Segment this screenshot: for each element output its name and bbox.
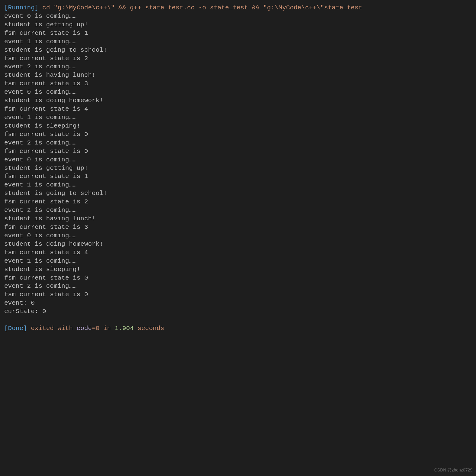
done-exit-text: exited with	[27, 325, 77, 332]
output-line: student is getting up!	[4, 21, 472, 29]
output-line: student is going to school!	[4, 189, 472, 198]
output-line: student is sleeping!	[4, 265, 472, 274]
running-line: [Running] cd "g:\MyCode\c++\" && g++ sta…	[4, 4, 472, 12]
output-line: event 2 is coming……	[4, 63, 472, 71]
output-line: event 1 is coming……	[4, 37, 472, 46]
output-line: event 0 is coming……	[4, 12, 472, 21]
output-line: fsm current state is 0	[4, 290, 472, 299]
output-line: fsm current state is 4	[4, 105, 472, 113]
output-line: student is having lunch!	[4, 71, 472, 79]
output-line: event 2 is coming……	[4, 139, 472, 147]
output-line: fsm current state is 0	[4, 130, 472, 139]
output-line: fsm current state is 3	[4, 79, 472, 88]
output-line: event 1 is coming……	[4, 181, 472, 189]
blank-line	[4, 316, 472, 324]
output-line: event: 0	[4, 299, 472, 307]
done-in: in	[99, 325, 115, 332]
output-line: event 0 is coming……	[4, 232, 472, 240]
done-time: 1.904	[115, 325, 134, 332]
output-line: fsm current state is 3	[4, 223, 472, 232]
output-line: fsm current state is 2	[4, 54, 472, 63]
output-line: event 2 is coming……	[4, 282, 472, 290]
output-line: event 1 is coming……	[4, 257, 472, 265]
done-status: [Done]	[4, 325, 27, 332]
output-line: fsm current state is 0	[4, 147, 472, 156]
output-line: fsm current state is 0	[4, 274, 472, 282]
output-line: student is sleeping!	[4, 122, 472, 130]
output-line: fsm current state is 4	[4, 248, 472, 257]
done-code-name: code	[76, 325, 92, 332]
output-line: event 1 is coming……	[4, 113, 472, 122]
output-line: student is having lunch!	[4, 215, 472, 223]
output-line: fsm current state is 1	[4, 172, 472, 181]
done-code-equals: =	[92, 325, 96, 332]
output-line: curState: 0	[4, 307, 472, 316]
output-line: student is going to school!	[4, 46, 472, 54]
done-code-value: 0	[96, 325, 99, 332]
output-line: event 0 is coming……	[4, 156, 472, 164]
output-line: student is doing homework!	[4, 240, 472, 248]
output-line: event 2 is coming……	[4, 206, 472, 215]
output-line: student is getting up!	[4, 164, 472, 173]
output-line: event 0 is coming……	[4, 88, 472, 96]
done-seconds: seconds	[134, 325, 164, 332]
watermark: CSDN @zhenz0729	[434, 467, 472, 473]
output-line: fsm current state is 2	[4, 198, 472, 206]
output-line: student is doing homework!	[4, 96, 472, 105]
output-container: event 0 is coming……student is getting up…	[4, 12, 472, 316]
output-line: fsm current state is 1	[4, 29, 472, 37]
running-status: [Running]	[4, 4, 38, 11]
done-line: [Done] exited with code=0 in 1.904 secon…	[4, 324, 472, 333]
running-command: cd "g:\MyCode\c++\" && g++ state_test.cc…	[38, 4, 362, 11]
